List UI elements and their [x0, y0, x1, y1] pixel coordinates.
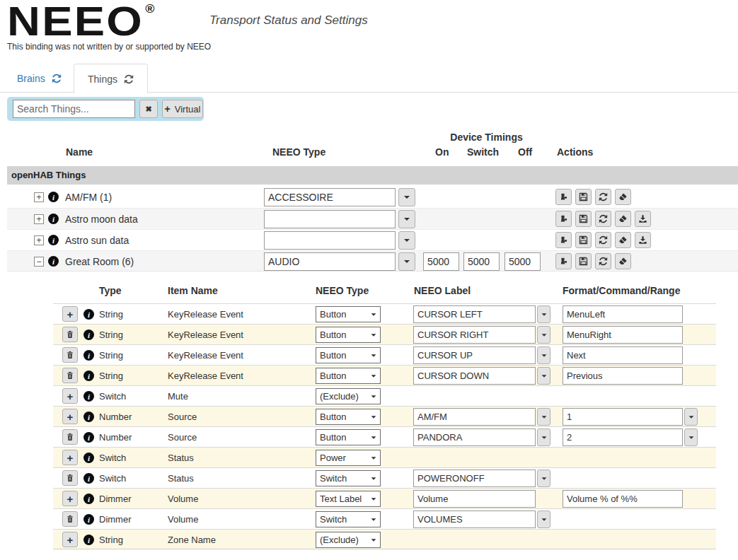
info-icon[interactable]: i [83, 473, 94, 484]
neeo-label-dropdown-button[interactable] [537, 469, 550, 487]
neeo-label-input[interactable] [413, 490, 536, 508]
download-button[interactable] [635, 232, 651, 248]
save-button[interactable] [575, 211, 592, 227]
neeo-type-input[interactable] [264, 210, 396, 228]
info-icon[interactable]: i [83, 535, 94, 545]
info-icon[interactable]: i [83, 350, 94, 361]
neeo-label-dropdown-button[interactable] [537, 428, 550, 446]
delete-channel-button[interactable] [62, 429, 78, 445]
info-icon[interactable]: i [48, 192, 59, 202]
save-button[interactable] [575, 253, 592, 269]
add-channel-button[interactable]: + [62, 306, 78, 322]
pawn-button[interactable] [555, 232, 572, 248]
neeo-label-dropdown-button[interactable] [537, 346, 550, 364]
refresh-icon[interactable] [52, 74, 62, 83]
pawn-button[interactable] [555, 189, 572, 205]
format-dropdown-button[interactable] [684, 428, 698, 446]
format-input[interactable] [563, 326, 683, 344]
delete-channel-button[interactable] [62, 347, 78, 363]
info-icon[interactable]: i [83, 329, 94, 340]
add-channel-button[interactable]: + [62, 450, 78, 465]
neeo-type-dropdown-button[interactable] [398, 231, 415, 250]
add-virtual-button[interactable]: + Virtual [162, 100, 203, 118]
expand-button[interactable]: + [34, 192, 44, 202]
neeo-type-select[interactable]: Button [316, 347, 381, 363]
expand-button[interactable]: + [34, 235, 44, 245]
neeo-label-dropdown-button[interactable] [537, 367, 550, 385]
neeo-label-input[interactable] [413, 511, 536, 528]
neeo-type-dropdown-button[interactable] [398, 210, 415, 228]
neeo-type-select[interactable]: Button [316, 368, 381, 384]
refresh-button[interactable] [595, 232, 611, 248]
format-input[interactable] [563, 428, 683, 446]
neeo-type-input[interactable] [264, 188, 396, 206]
info-icon[interactable]: i [83, 453, 94, 463]
info-icon[interactable]: i [83, 514, 94, 525]
neeo-label-dropdown-button[interactable] [537, 511, 550, 528]
save-button[interactable] [575, 189, 592, 205]
expand-button[interactable]: + [34, 214, 44, 224]
refresh-button[interactable] [595, 253, 611, 269]
info-icon[interactable]: i [83, 494, 94, 504]
neeo-label-input[interactable] [413, 305, 536, 323]
refresh-button[interactable] [595, 211, 611, 227]
neeo-type-select[interactable]: Text Label [316, 491, 381, 507]
info-icon[interactable]: i [83, 391, 94, 402]
info-icon[interactable]: i [48, 235, 59, 245]
neeo-type-dropdown-button[interactable] [398, 252, 415, 271]
neeo-type-dropdown-button[interactable] [398, 188, 415, 206]
info-icon[interactable]: i [83, 412, 94, 422]
add-channel-button[interactable]: + [62, 409, 78, 424]
add-channel-button[interactable]: + [62, 388, 78, 404]
timing-on-input[interactable] [423, 252, 459, 271]
tab-brains[interactable]: Brains [7, 64, 71, 93]
pawn-button[interactable] [555, 253, 572, 269]
pawn-button[interactable] [555, 211, 572, 227]
format-input[interactable] [563, 408, 683, 426]
clear-search-button[interactable]: ✖ [139, 100, 158, 118]
neeo-type-input[interactable] [264, 231, 396, 250]
neeo-type-input[interactable] [264, 252, 396, 271]
delete-channel-button[interactable] [62, 327, 78, 342]
format-input[interactable] [563, 367, 683, 385]
info-icon[interactable]: i [83, 309, 94, 320]
format-dropdown-button[interactable] [684, 408, 698, 426]
add-channel-button[interactable]: + [62, 491, 78, 506]
neeo-label-dropdown-button[interactable] [537, 408, 550, 426]
add-channel-button[interactable]: + [62, 532, 78, 547]
neeo-type-select[interactable]: Switch [316, 511, 381, 527]
delete-channel-button[interactable] [62, 511, 78, 527]
info-icon[interactable]: i [83, 371, 94, 381]
neeo-label-input[interactable] [413, 469, 536, 487]
neeo-label-input[interactable] [413, 408, 536, 426]
timing-switch-input[interactable] [463, 252, 500, 271]
info-icon[interactable]: i [48, 256, 59, 267]
neeo-label-dropdown-button[interactable] [537, 305, 550, 323]
eraser-button[interactable] [615, 253, 631, 269]
format-input[interactable] [563, 490, 683, 508]
format-input[interactable] [563, 305, 683, 323]
refresh-button[interactable] [595, 189, 611, 205]
eraser-button[interactable] [615, 211, 631, 227]
neeo-type-select[interactable]: Button [316, 409, 381, 425]
neeo-type-select[interactable]: Button [316, 306, 381, 322]
neeo-type-select[interactable]: Power [316, 450, 381, 466]
timing-off-input[interactable] [505, 252, 541, 271]
delete-channel-button[interactable] [62, 470, 78, 486]
neeo-label-input[interactable] [413, 346, 536, 364]
neeo-label-dropdown-button[interactable] [537, 326, 550, 344]
neeo-type-select[interactable]: Button [316, 429, 381, 445]
save-button[interactable] [575, 232, 592, 248]
neeo-type-select[interactable]: (Exclude) [316, 388, 381, 404]
neeo-label-input[interactable] [413, 326, 536, 344]
info-icon[interactable]: i [48, 214, 59, 224]
neeo-type-select[interactable]: (Exclude) [316, 532, 381, 548]
download-button[interactable] [635, 211, 651, 227]
eraser-button[interactable] [615, 189, 631, 205]
neeo-type-select[interactable]: Switch [316, 470, 381, 486]
eraser-button[interactable] [615, 232, 631, 248]
format-input[interactable] [563, 346, 683, 364]
collapse-button[interactable]: − [34, 257, 44, 267]
refresh-icon[interactable] [124, 74, 134, 84]
search-input[interactable] [13, 100, 135, 118]
